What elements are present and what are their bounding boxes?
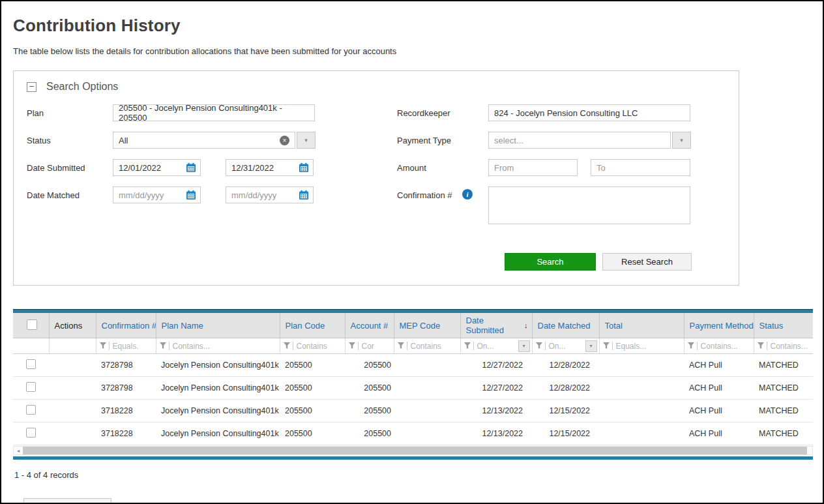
column-header-total[interactable]: Total (599, 313, 684, 338)
scroll-left-icon[interactable]: ◂ (14, 447, 23, 454)
calendar-icon[interactable] (299, 190, 309, 200)
column-header-status[interactable]: Status (754, 313, 813, 338)
recordkeeper-value: 824 - Jocelyn Pension Consulting LLC (494, 108, 638, 118)
column-header-confirmation[interactable]: Confirmation # (96, 313, 156, 338)
filter-payment-method[interactable]: Contains... (686, 340, 752, 352)
recordkeeper-input[interactable]: 824 - Jocelyn Pension Consulting LLC (488, 104, 690, 121)
chevron-down-icon: ▾ (304, 137, 308, 143)
collapse-icon[interactable]: − (27, 82, 37, 92)
clear-icon[interactable]: × (280, 136, 289, 145)
column-header-mep-code[interactable]: MEP Code (394, 313, 460, 338)
column-header-account[interactable]: Account # (345, 313, 394, 338)
filter-mep-code[interactable]: Contains (396, 340, 458, 352)
confirmation-row: Confirmation # i (397, 186, 739, 224)
cell-plan-name: Jocelyn Pension Consulting401k (156, 422, 280, 445)
payment-type-dropdown-button[interactable]: ▾ (672, 132, 691, 149)
filter-plan-code[interactable]: Contains (282, 340, 343, 352)
cell-date-submitted: 12/13/2022 (460, 422, 532, 445)
cell-account: 205500 (345, 400, 394, 422)
page-subtitle: The table below lists the details for co… (13, 46, 812, 56)
payment-type-placeholder: select... (494, 136, 523, 145)
cell-confirmation: 3728798 (96, 354, 156, 377)
filter-plan-name[interactable]: Contains... (158, 340, 278, 352)
status-combo: All × ▾ (113, 132, 316, 149)
cell-plan-code: 205500 (280, 422, 345, 445)
cell-total (599, 377, 684, 400)
cell-mep-code (394, 422, 460, 445)
payment-type-label: Payment Type (397, 132, 488, 145)
sort-desc-icon: ↓ (524, 321, 529, 329)
cell-payment-method: ACH Pull (684, 422, 754, 445)
cell-account: 205500 (345, 422, 394, 445)
page-content: Contribution History The table below lis… (1, 1, 823, 504)
reset-search-button[interactable]: Reset Search (602, 253, 692, 271)
cell-date-matched: 12/15/2022 (532, 422, 599, 445)
cell-payment-method: ACH Pull (684, 377, 754, 400)
scrollbar-thumb[interactable] (23, 447, 807, 454)
info-icon[interactable]: i (462, 189, 473, 200)
date-matched-label: Date Matched (27, 186, 113, 200)
amount-to-input[interactable]: To (591, 159, 690, 176)
calendar-icon[interactable] (186, 162, 196, 173)
filter-confirmation[interactable]: Equals. (98, 340, 154, 352)
filter-funnel-icon (100, 342, 106, 349)
date-matched-from-input[interactable]: mm/dd/yyyy (113, 186, 201, 203)
filter-date-matched[interactable]: On...▾ (535, 340, 597, 352)
date-matched-from-placeholder: mm/dd/yyyy (119, 190, 164, 200)
cell-total (599, 422, 684, 445)
header-row: Actions Confirmation # Plan Name Plan Co… (13, 313, 813, 338)
calendar-icon[interactable] (299, 162, 309, 173)
column-header-plan-code[interactable]: Plan Code (280, 313, 345, 338)
row-checkbox[interactable] (26, 359, 36, 369)
cell-plan-code: 205500 (280, 354, 345, 377)
column-header-payment-method[interactable]: Payment Method (684, 313, 754, 338)
row-checkbox[interactable] (26, 428, 36, 437)
filter-date-submitted[interactable]: On...▾ (463, 340, 530, 352)
status-value: All (119, 136, 128, 145)
confirmation-textarea[interactable] (488, 186, 690, 224)
cell-plan-name: Jocelyn Pension Consulting401k (156, 377, 280, 400)
date-submitted-from-input[interactable]: 12/01/2022 (113, 159, 201, 176)
plan-input[interactable]: 205500 - Jocelyn Pension Consulting401k … (113, 104, 315, 121)
download-button[interactable]: Download (23, 498, 111, 504)
cell-date-matched: 12/28/2022 (532, 377, 599, 400)
date-submitted-label: Date Submitted (27, 159, 113, 173)
select-all-checkbox[interactable] (27, 319, 37, 330)
cell-status: MATCHED (754, 422, 813, 445)
column-header-plan-name[interactable]: Plan Name (156, 313, 280, 338)
status-dropdown-button[interactable]: ▾ (297, 132, 316, 149)
amount-to-placeholder: To (596, 163, 606, 173)
filter-funnel-icon (603, 342, 610, 349)
cell-payment-method: ACH Pull (684, 400, 754, 422)
status-label: Status (27, 132, 113, 145)
search-options-panel: − Search Options Plan 205500 - Jocelyn P… (13, 70, 739, 286)
status-input[interactable]: All × (113, 132, 295, 149)
search-button[interactable]: Search (505, 253, 596, 271)
filter-account[interactable]: Cor (347, 340, 392, 352)
results-grid: Actions Confirmation # Plan Name Plan Co… (13, 309, 813, 460)
search-form-left-column: Plan 205500 - Jocelyn Pension Consulting… (27, 104, 397, 235)
date-submitted-to-input[interactable]: 12/31/2022 (226, 159, 314, 176)
cell-date-submitted: 12/27/2022 (460, 377, 532, 400)
plan-label: Plan (27, 104, 113, 118)
filter-dropdown-button[interactable]: ▾ (585, 340, 597, 352)
filter-dropdown-button[interactable]: ▾ (518, 340, 530, 352)
column-header-date-submitted[interactable]: Date Submitted ↓ (460, 313, 532, 338)
date-submitted-header-label: Date Submitted (466, 316, 525, 335)
amount-from-input[interactable]: From (488, 159, 578, 176)
filter-total[interactable]: Equals... (602, 340, 682, 352)
status-row: Status All × ▾ (27, 132, 397, 149)
row-checkbox[interactable] (26, 382, 36, 392)
payment-type-combo: select... ▾ (488, 132, 691, 149)
payment-type-input[interactable]: select... (488, 132, 671, 149)
date-matched-to-input[interactable]: mm/dd/yyyy (226, 186, 314, 203)
horizontal-scrollbar[interactable]: ◂ (13, 446, 813, 455)
row-checkbox[interactable] (26, 405, 36, 415)
cell-plan-name: Jocelyn Pension Consulting401k (156, 354, 280, 377)
filter-status[interactable]: Contains... (756, 340, 812, 352)
date-submitted-to-value: 12/31/2022 (231, 163, 274, 173)
calendar-icon[interactable] (186, 190, 196, 200)
cell-mep-code (394, 377, 460, 400)
filter-funnel-icon (758, 342, 764, 349)
column-header-date-matched[interactable]: Date Matched (532, 313, 599, 338)
